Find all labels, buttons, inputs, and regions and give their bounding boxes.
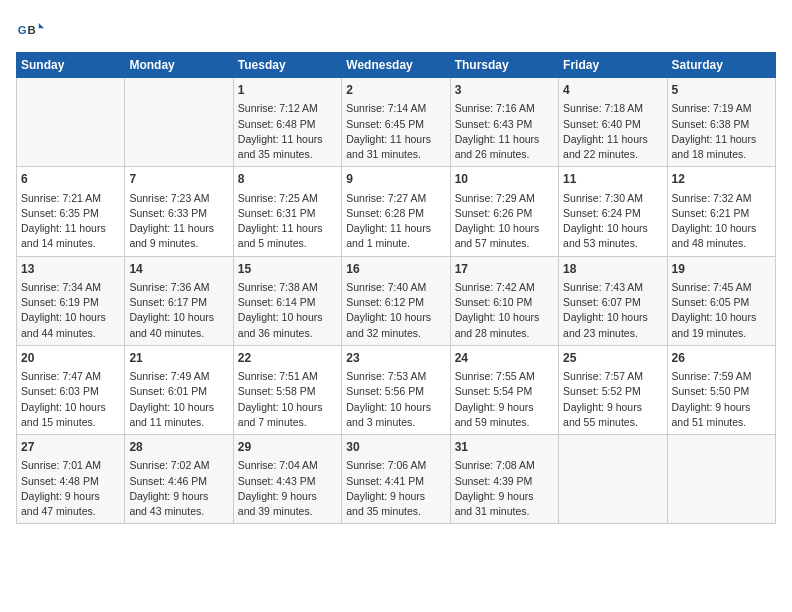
day-info: Sunset: 5:52 PM — [563, 384, 662, 399]
calendar-cell: 28Sunrise: 7:02 AMSunset: 4:46 PMDayligh… — [125, 435, 233, 524]
day-info: and 31 minutes. — [346, 147, 445, 162]
calendar-cell: 14Sunrise: 7:36 AMSunset: 6:17 PMDayligh… — [125, 256, 233, 345]
calendar-cell: 17Sunrise: 7:42 AMSunset: 6:10 PMDayligh… — [450, 256, 558, 345]
day-info: and 1 minute. — [346, 236, 445, 251]
day-info: Sunset: 6:07 PM — [563, 295, 662, 310]
day-number: 18 — [563, 261, 662, 278]
calendar-cell: 1Sunrise: 7:12 AMSunset: 6:48 PMDaylight… — [233, 78, 341, 167]
calendar-cell: 9Sunrise: 7:27 AMSunset: 6:28 PMDaylight… — [342, 167, 450, 256]
week-row-1: 1Sunrise: 7:12 AMSunset: 6:48 PMDaylight… — [17, 78, 776, 167]
day-info: and 51 minutes. — [672, 415, 771, 430]
day-header-saturday: Saturday — [667, 53, 775, 78]
week-row-3: 13Sunrise: 7:34 AMSunset: 6:19 PMDayligh… — [17, 256, 776, 345]
day-info: Daylight: 11 hours — [563, 132, 662, 147]
day-info: Sunrise: 7:49 AM — [129, 369, 228, 384]
day-info: Sunrise: 7:47 AM — [21, 369, 120, 384]
day-info: and 26 minutes. — [455, 147, 554, 162]
day-info: Sunset: 6:01 PM — [129, 384, 228, 399]
day-number: 29 — [238, 439, 337, 456]
day-info: Sunset: 5:56 PM — [346, 384, 445, 399]
calendar-cell: 26Sunrise: 7:59 AMSunset: 5:50 PMDayligh… — [667, 345, 775, 434]
calendar-cell: 13Sunrise: 7:34 AMSunset: 6:19 PMDayligh… — [17, 256, 125, 345]
week-row-2: 6Sunrise: 7:21 AMSunset: 6:35 PMDaylight… — [17, 167, 776, 256]
day-info: Sunrise: 7:38 AM — [238, 280, 337, 295]
day-info: Sunset: 6:24 PM — [563, 206, 662, 221]
calendar-cell: 11Sunrise: 7:30 AMSunset: 6:24 PMDayligh… — [559, 167, 667, 256]
day-info: Daylight: 10 hours — [21, 400, 120, 415]
week-row-5: 27Sunrise: 7:01 AMSunset: 4:48 PMDayligh… — [17, 435, 776, 524]
day-info: Daylight: 9 hours — [455, 489, 554, 504]
calendar-cell: 15Sunrise: 7:38 AMSunset: 6:14 PMDayligh… — [233, 256, 341, 345]
day-info: Sunrise: 7:36 AM — [129, 280, 228, 295]
day-info: Daylight: 11 hours — [21, 221, 120, 236]
calendar-cell: 27Sunrise: 7:01 AMSunset: 4:48 PMDayligh… — [17, 435, 125, 524]
day-info: Sunset: 6:26 PM — [455, 206, 554, 221]
day-info: Daylight: 10 hours — [563, 221, 662, 236]
day-info: Sunset: 4:43 PM — [238, 474, 337, 489]
day-info: Sunrise: 7:32 AM — [672, 191, 771, 206]
day-info: Sunset: 6:12 PM — [346, 295, 445, 310]
day-info: Sunrise: 7:01 AM — [21, 458, 120, 473]
day-number: 14 — [129, 261, 228, 278]
day-info: and 7 minutes. — [238, 415, 337, 430]
calendar-cell: 18Sunrise: 7:43 AMSunset: 6:07 PMDayligh… — [559, 256, 667, 345]
week-row-4: 20Sunrise: 7:47 AMSunset: 6:03 PMDayligh… — [17, 345, 776, 434]
day-info: Sunset: 6:33 PM — [129, 206, 228, 221]
day-info: Sunset: 6:05 PM — [672, 295, 771, 310]
day-info: Daylight: 9 hours — [238, 489, 337, 504]
calendar-cell: 5Sunrise: 7:19 AMSunset: 6:38 PMDaylight… — [667, 78, 775, 167]
calendar-cell: 12Sunrise: 7:32 AMSunset: 6:21 PMDayligh… — [667, 167, 775, 256]
day-info: Daylight: 9 hours — [21, 489, 120, 504]
day-info: Daylight: 9 hours — [129, 489, 228, 504]
day-number: 21 — [129, 350, 228, 367]
day-info: and 18 minutes. — [672, 147, 771, 162]
day-number: 1 — [238, 82, 337, 99]
day-info: Sunrise: 7:12 AM — [238, 101, 337, 116]
day-info: and 11 minutes. — [129, 415, 228, 430]
day-info: Daylight: 9 hours — [346, 489, 445, 504]
day-info: Sunrise: 7:25 AM — [238, 191, 337, 206]
day-info: Sunrise: 7:53 AM — [346, 369, 445, 384]
day-info: Sunset: 4:41 PM — [346, 474, 445, 489]
day-info: Sunrise: 7:43 AM — [563, 280, 662, 295]
day-info: Daylight: 10 hours — [455, 310, 554, 325]
day-info: Sunrise: 7:40 AM — [346, 280, 445, 295]
day-info: and 39 minutes. — [238, 504, 337, 519]
calendar-cell: 24Sunrise: 7:55 AMSunset: 5:54 PMDayligh… — [450, 345, 558, 434]
day-number: 9 — [346, 171, 445, 188]
day-number: 3 — [455, 82, 554, 99]
day-info: Sunrise: 7:02 AM — [129, 458, 228, 473]
calendar-cell — [17, 78, 125, 167]
day-info: and 36 minutes. — [238, 326, 337, 341]
day-info: Sunset: 4:46 PM — [129, 474, 228, 489]
day-info: and 14 minutes. — [21, 236, 120, 251]
day-info: Sunset: 6:35 PM — [21, 206, 120, 221]
day-info: and 28 minutes. — [455, 326, 554, 341]
day-info: Sunrise: 7:57 AM — [563, 369, 662, 384]
day-number: 15 — [238, 261, 337, 278]
day-info: Sunset: 5:58 PM — [238, 384, 337, 399]
day-info: Sunset: 6:21 PM — [672, 206, 771, 221]
day-info: Daylight: 10 hours — [129, 310, 228, 325]
day-info: Sunrise: 7:23 AM — [129, 191, 228, 206]
day-info: Sunset: 6:48 PM — [238, 117, 337, 132]
day-info: Sunrise: 7:04 AM — [238, 458, 337, 473]
day-header-wednesday: Wednesday — [342, 53, 450, 78]
day-info: and 31 minutes. — [455, 504, 554, 519]
day-info: and 35 minutes. — [346, 504, 445, 519]
day-info: Daylight: 10 hours — [672, 310, 771, 325]
day-number: 30 — [346, 439, 445, 456]
day-info: Sunrise: 7:29 AM — [455, 191, 554, 206]
day-info: Daylight: 10 hours — [238, 400, 337, 415]
day-info: Sunset: 6:31 PM — [238, 206, 337, 221]
day-number: 27 — [21, 439, 120, 456]
calendar-cell: 29Sunrise: 7:04 AMSunset: 4:43 PMDayligh… — [233, 435, 341, 524]
day-info: and 15 minutes. — [21, 415, 120, 430]
day-info: Sunrise: 7:51 AM — [238, 369, 337, 384]
day-info: and 47 minutes. — [21, 504, 120, 519]
svg-text:B: B — [27, 24, 35, 36]
day-info: Daylight: 11 hours — [238, 221, 337, 236]
day-number: 11 — [563, 171, 662, 188]
calendar-cell: 3Sunrise: 7:16 AMSunset: 6:43 PMDaylight… — [450, 78, 558, 167]
day-number: 12 — [672, 171, 771, 188]
